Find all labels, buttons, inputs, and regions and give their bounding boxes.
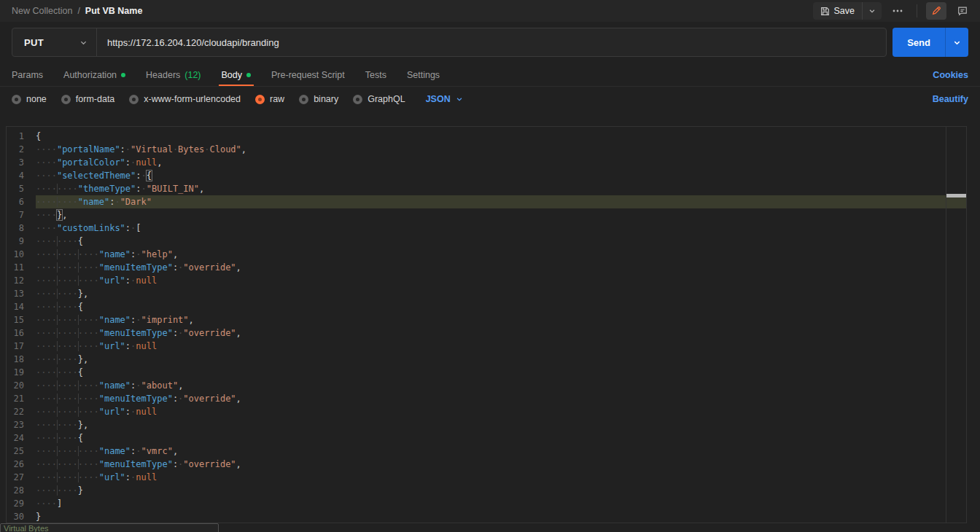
request-bar: PUT Send	[0, 22, 980, 64]
code-line[interactable]: 2····"portalName":·"Virtual·Bytes·Cloud"…	[7, 143, 966, 156]
send-options-button[interactable]	[945, 28, 968, 57]
method-select[interactable]: PUT	[12, 28, 97, 56]
line-number: 22	[7, 405, 36, 418]
body-mode-none[interactable]: none	[12, 94, 47, 104]
save-icon	[820, 7, 830, 16]
code-line-content: ············"name":·"help",	[36, 248, 966, 261]
code-line[interactable]: 18········},	[7, 353, 966, 366]
code-line[interactable]: 26············"menuItemType":·"override"…	[7, 458, 966, 471]
code-line[interactable]: 16············"menuItemType":·"override"…	[7, 326, 966, 340]
code-line[interactable]: 30}	[7, 510, 966, 523]
chevron-down-icon	[79, 39, 88, 47]
beautify-link[interactable]: Beautify	[933, 94, 968, 104]
line-number: 1	[7, 130, 36, 143]
line-number: 29	[7, 497, 36, 510]
code-line[interactable]: 12············"url":·null	[7, 274, 966, 287]
code-line[interactable]: 17············"url":·null	[7, 340, 966, 353]
body-mode-form-data[interactable]: form-data	[61, 94, 115, 104]
code-line[interactable]: 6········"name":·"Dark"	[7, 195, 966, 208]
more-options-button[interactable]	[887, 2, 908, 20]
code-line[interactable]: 5········"themeType":·"BUILT_IN",	[7, 182, 966, 195]
code-line[interactable]: 9········{	[7, 235, 966, 248]
tab-label: Tests	[365, 70, 386, 80]
code-line[interactable]: 15············"name":·"imprint",	[7, 313, 966, 326]
code-line-content: ········},	[36, 353, 966, 366]
radio-icon	[12, 95, 21, 104]
code-line[interactable]: 20············"name":·"about",	[7, 379, 966, 392]
tab-authorization[interactable]: Authorization	[63, 64, 125, 86]
code-line[interactable]: 10············"name":·"help",	[7, 248, 966, 261]
body-mode-label: none	[26, 94, 47, 104]
code-line-content: ········{	[36, 366, 966, 379]
code-line[interactable]: 8····"customLinks":·[	[7, 222, 966, 235]
send-button[interactable]: Send	[892, 28, 945, 57]
save-button[interactable]: Save	[813, 2, 863, 20]
tab-label: Settings	[407, 70, 440, 80]
tab-pre-request-script[interactable]: Pre-request Script	[271, 64, 345, 86]
code-line-content: ············"name":·"vmrc",	[36, 445, 966, 458]
code-line[interactable]: 27············"url":·null	[7, 471, 966, 484]
url-box: PUT	[12, 28, 887, 57]
method-label: PUT	[24, 37, 44, 48]
code-line[interactable]: 23········},	[7, 418, 966, 431]
comment-button[interactable]	[952, 2, 973, 20]
tab-tests[interactable]: Tests	[365, 64, 386, 86]
edit-button[interactable]	[926, 2, 946, 20]
code-line[interactable]: 14········{	[7, 300, 966, 313]
language-select[interactable]: JSON	[426, 94, 463, 104]
send-button-group: Send	[892, 28, 968, 57]
line-number: 9	[7, 235, 36, 248]
line-number: 16	[7, 326, 36, 340]
code-line[interactable]: 21············"menuItemType":·"override"…	[7, 392, 966, 405]
code-line[interactable]: 29····]	[7, 497, 966, 510]
line-number: 3	[7, 156, 36, 169]
body-mode-raw[interactable]: raw	[255, 94, 284, 104]
cookies-link[interactable]: Cookies	[933, 70, 968, 80]
tab-settings[interactable]: Settings	[407, 64, 440, 86]
line-number: 30	[7, 510, 36, 523]
code-line[interactable]: 28········}	[7, 484, 966, 497]
code-line[interactable]: 3····"portalColor":·null,	[7, 156, 966, 169]
url-input[interactable]	[97, 28, 886, 56]
breadcrumb-request-name[interactable]: Put VB Name	[85, 6, 143, 16]
code-line[interactable]: 25············"name":·"vmrc",	[7, 445, 966, 458]
code-line[interactable]: 22············"url":·null	[7, 405, 966, 418]
body-mode-binary[interactable]: binary	[299, 94, 338, 104]
body-mode-label: raw	[270, 94, 284, 104]
radio-icon	[129, 95, 139, 104]
tab-label: Pre-request Script	[271, 70, 345, 80]
line-number: 24	[7, 431, 36, 445]
line-number: 11	[7, 261, 36, 274]
code-line-content: ············"name":·"imprint",	[36, 313, 966, 326]
code-line[interactable]: 11············"menuItemType":·"override"…	[7, 261, 966, 274]
code-line[interactable]: 7····},	[7, 208, 966, 222]
body-mode-label: x-www-form-urlencoded	[144, 94, 241, 104]
green-dot-icon	[246, 73, 251, 77]
tab-params[interactable]: Params	[12, 64, 43, 86]
code-line[interactable]: 13········},	[7, 287, 966, 300]
body-mode-graphql[interactable]: GraphQL	[353, 94, 405, 104]
save-options-button[interactable]	[862, 2, 882, 20]
top-bar: New Collection / Put VB Name Save	[0, 0, 980, 22]
code-line[interactable]: 24········{	[7, 431, 966, 445]
code-line[interactable]: 19········{	[7, 366, 966, 379]
code-line-content: ········"name":·"Dark"	[36, 195, 966, 208]
code-line-content: ········{	[36, 235, 966, 248]
edit-icon	[931, 6, 941, 16]
line-number: 23	[7, 418, 36, 431]
code-line-content: ····"customLinks":·[	[36, 222, 966, 235]
code-lines: 1{2····"portalName":·"Virtual·Bytes·Clou…	[7, 130, 966, 523]
code-line-content: ············"menuItemType":·"override",	[36, 326, 966, 340]
code-line-content: {	[36, 130, 966, 143]
body-mode-x-www-form-urlencoded[interactable]: x-www-form-urlencoded	[129, 94, 241, 104]
code-line[interactable]: 1{	[7, 130, 966, 143]
editor-scrollbar[interactable]	[946, 127, 966, 523]
tab-headers[interactable]: Headers(12)	[146, 64, 201, 86]
body-mode-options: noneform-datax-www-form-urlencodedrawbin…	[12, 94, 463, 104]
line-number: 27	[7, 471, 36, 484]
tab-body[interactable]: Body	[222, 64, 252, 86]
code-editor[interactable]: 1{2····"portalName":·"Virtual·Bytes·Clou…	[6, 126, 967, 523]
breadcrumb-collection[interactable]: New Collection	[12, 6, 72, 16]
code-line[interactable]: 4····"selectedTheme":·{	[7, 169, 966, 182]
tab-label: Authorization	[63, 70, 117, 80]
